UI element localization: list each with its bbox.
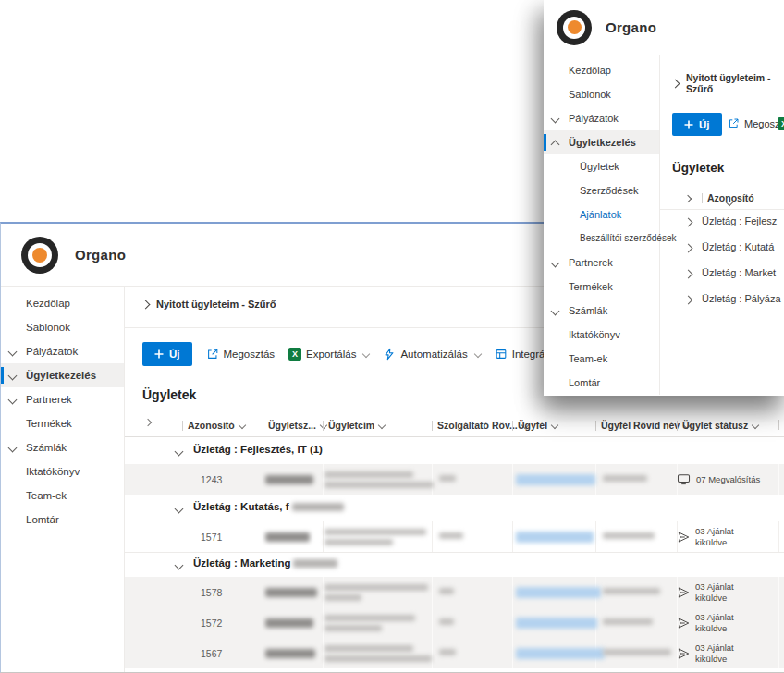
sidebar-item-ugyletkezeles[interactable]: Ügyletkezelés (1, 363, 124, 387)
column-header-ugylet-statusz[interactable]: Ügylet státusz (677, 420, 758, 431)
share-button[interactable]: Megosztás (728, 117, 784, 129)
automate-button[interactable]: Automatizálás (383, 348, 480, 361)
redacted-cell (325, 529, 426, 535)
table-row[interactable]: 1567 03 Ajánlat kiküldve (125, 638, 784, 668)
group-label: Üzletág : Fejlesztés, IT (1) (193, 444, 323, 455)
column-header-azonosito[interactable]: Azonosító (702, 192, 754, 203)
redacted-cell (439, 532, 463, 539)
sidebar-item-termekek[interactable]: Termékek (544, 275, 659, 299)
cell-statusz: 03 Ajánlat kiküldve (677, 521, 745, 552)
selection-accent-bar (1, 367, 4, 384)
new-button[interactable]: Új (672, 113, 722, 136)
sidebar-item-lomtar[interactable]: Lomtár (1, 508, 124, 532)
deals-table: Azonosító Ügyletsz... Ügyletcím Szolgált… (125, 418, 784, 668)
overlay-app-window: Organo Kezdőlap Sablonok Pályázatok Ügyl… (544, 0, 784, 396)
group-row[interactable]: Üzletág : Pályáza (660, 287, 784, 312)
sidebar-item-beszallitoi-szerzodesek[interactable]: Beszállítói szerződések (544, 226, 659, 251)
organo-logo-icon (21, 237, 58, 274)
sidebar-item-szamlak[interactable]: Számlák (1, 435, 124, 459)
sidebar-item-sablonok[interactable]: Sablonok (1, 315, 124, 339)
group-row-kutatas[interactable]: Üzletág : Kutatás, f (125, 495, 784, 521)
chevron-down-icon (239, 422, 246, 429)
column-header-ugyfel-rovid-nev[interactable]: Ügyfél Rövid név (595, 420, 690, 431)
sidebar-item-ajanlatok[interactable]: Ajánlatok (544, 202, 659, 226)
sidebar-item-partnerek[interactable]: Partnerek (544, 251, 659, 275)
redacted-link-cell (516, 618, 597, 629)
redacted-text (293, 559, 337, 568)
redacted-cell (603, 649, 671, 655)
sidebar-item-ugyletek[interactable]: Ügyletek (544, 154, 659, 178)
column-header-ugyletszam[interactable]: Ügyletsz... (263, 420, 326, 431)
cell-azonosito: 1243 (201, 474, 222, 485)
group-row-fejlesztes[interactable]: Üzletág : Fejlesztés, IT (1) (125, 437, 784, 464)
sidebar-item-szamlak[interactable]: Számlák (544, 299, 659, 323)
chevron-down-icon (551, 259, 560, 268)
cell-azonosito: 1571 (201, 532, 222, 543)
redacted-cell (603, 618, 653, 625)
sidebar-item-iktatokonyv[interactable]: Iktatókönyv (1, 459, 124, 483)
chevron-down-icon (551, 307, 560, 316)
sidebar-item-termekek[interactable]: Termékek (1, 411, 124, 435)
table-row[interactable]: 1571 03 Ajánlat kiküldve (125, 521, 784, 553)
send-icon (677, 531, 690, 544)
redacted-cell (603, 475, 647, 482)
redacted-cell (439, 475, 456, 482)
export-button[interactable]: X Exportálás (288, 348, 369, 361)
sidebar-item-iktatokonyv[interactable]: Iktatókönyv (544, 323, 659, 347)
table-row[interactable]: 1578 03 Ajánlat kiküldve (125, 577, 784, 607)
column-header-azonosito[interactable]: Azonosító (182, 420, 245, 431)
sidebar-item-team-ek[interactable]: Team-ek (1, 483, 124, 508)
sidebar-item-partnerek[interactable]: Partnerek (1, 387, 124, 411)
send-icon (677, 617, 690, 630)
group-row[interactable]: Üzletág : Market (660, 261, 784, 287)
sidebar-item-sablonok[interactable]: Sablonok (544, 82, 659, 106)
monitor-icon (677, 473, 691, 485)
sidebar-item-kezdolap[interactable]: Kezdőlap (544, 58, 659, 82)
chevron-right-icon (684, 270, 693, 279)
new-button[interactable]: Új (142, 342, 192, 366)
divider (660, 92, 784, 92)
redacted-cell (325, 539, 393, 545)
command-bar: Új Megosztás X Exportálás Automatizálás (142, 341, 596, 366)
excel-icon: X (288, 348, 301, 361)
redacted-cell (325, 594, 361, 601)
group-label: Üzletág : Kutatás, f (193, 501, 344, 512)
sidebar-item-ugyletkezeles[interactable]: Ügyletkezelés (544, 130, 659, 154)
redacted-cell (265, 649, 315, 658)
view-selector[interactable]: Nyitott ügyleteim - Szűrő (142, 299, 276, 310)
cell-azonosito: 1572 (201, 618, 222, 629)
group-row[interactable]: Üzletág : Fejlesz (660, 209, 784, 235)
sidebar-item-team-ek[interactable]: Team-ek (544, 347, 659, 371)
sidebar-item-lomtar[interactable]: Lomtár (544, 371, 659, 395)
sidebar-item-szerzodesek[interactable]: Szerződések (544, 178, 659, 202)
chevron-down-icon (378, 422, 386, 429)
chevron-down-icon (752, 422, 759, 429)
redacted-cell (439, 588, 454, 594)
column-header-ugyletcim[interactable]: Ügyletcím (323, 420, 385, 431)
app-title: Organo (75, 247, 126, 263)
group-row-marketing[interactable]: Üzletág : Marketing (125, 553, 784, 577)
redacted-cell (325, 655, 432, 662)
column-header-ugyfel[interactable]: Ügyfél (512, 420, 557, 431)
app-title: Organo (606, 19, 656, 35)
table-row[interactable]: 1243 07 Megvalósítás (125, 464, 784, 495)
sidebar-item-palyazatok[interactable]: Pályázatok (1, 339, 124, 363)
redacted-text (292, 503, 344, 511)
sidebar-item-palyazatok[interactable]: Pályázatok (544, 106, 659, 130)
excel-icon[interactable]: X (778, 117, 784, 130)
table-row[interactable]: 1572 03 Ajánlat kiküldve (125, 607, 784, 638)
redacted-cell (325, 615, 415, 621)
expand-all-button[interactable] (145, 420, 151, 425)
sidebar-item-kezdolap[interactable]: Kezdőlap (1, 291, 124, 315)
redacted-cell (439, 618, 454, 625)
share-button[interactable]: Megosztás (206, 348, 276, 361)
chevron-down-icon (175, 505, 184, 514)
redacted-link-cell (516, 587, 601, 598)
redacted-cell (325, 482, 434, 488)
chevron-down-icon (8, 372, 18, 381)
chevron-down-icon (8, 396, 18, 405)
cell-statusz: 03 Ajánlat kiküldve (677, 607, 745, 638)
group-row[interactable]: Üzletág : Kutatá (660, 235, 784, 261)
redacted-cell (325, 625, 382, 631)
desktop: { "accent": "#0078d4", "logo": { "ring_c… (0, 0, 784, 673)
